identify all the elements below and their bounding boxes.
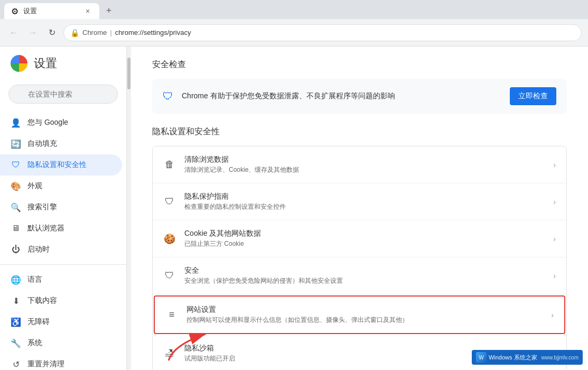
sidebar: 设置 🔍 👤 您与 Google 🔄 自动填充 — [0, 47, 127, 370]
sidebar-item-startup[interactable]: ⏻ 启动时 — [0, 239, 122, 260]
address-bar: ← → ↻ 🔒 Chrome | chrome://settings/priva… — [0, 19, 588, 47]
sidebar-item-system-label: 系统 — [27, 338, 42, 348]
privacy-guide-arrow-icon: › — [553, 198, 556, 206]
sidebar-search: 🔍 — [0, 80, 126, 112]
new-tab-button[interactable]: + — [101, 3, 116, 18]
main-area: 设置 🔍 👤 您与 Google 🔄 自动填充 — [0, 47, 588, 370]
startup-icon: ⏻ — [11, 244, 21, 255]
safety-check-section-title: 安全检查 — [152, 59, 567, 70]
settings-item-security-text: 安全 安全浏览（保护您免受危险网站的侵害）和其他安全设置 — [184, 266, 545, 285]
site-settings-title: 网站设置 — [186, 305, 543, 314]
settings-item-security[interactable]: 🛡 安全 安全浏览（保护您免受危险网站的侵害）和其他安全设置 › — [153, 257, 566, 294]
address-url: chrome://settings/privacy — [115, 29, 191, 36]
security-arrow-icon: › — [553, 272, 556, 280]
sidebar-nav-group-2: 🌐 语言 ⬇ 下载内容 ♿ 无障碍 🔧 系统 ↺ 重置并清理 — [0, 269, 126, 370]
sidebar-item-autofill[interactable]: 🔄 自动填充 — [0, 133, 122, 154]
watermark-logo: W — [476, 352, 487, 363]
site-settings-arrow-icon: › — [551, 311, 554, 319]
address-bar-input[interactable]: 🔒 Chrome | chrome://settings/privacy — [63, 24, 582, 41]
privacy-guide-title: 隐私保护指南 — [184, 192, 545, 201]
clear-browsing-title: 清除浏览数据 — [184, 155, 545, 164]
back-button[interactable]: ← — [6, 25, 21, 40]
cookies-subtitle: 已阻止第三方 Cookie — [184, 239, 545, 248]
google-icon: 👤 — [11, 117, 21, 128]
sidebar-item-startup-label: 启动时 — [27, 245, 50, 254]
tab-bar: ⚙ 设置 × + — [0, 0, 588, 19]
sidebar-item-reset[interactable]: ↺ 重置并清理 — [0, 354, 122, 370]
scrollbar[interactable] — [127, 47, 131, 370]
privacy-section-title: 隐私设置和安全性 — [152, 126, 567, 137]
settings-item-cookies-text: Cookie 及其他网站数据 已阻止第三方 Cookie — [184, 229, 545, 248]
system-icon: 🔧 — [11, 338, 21, 348]
autofill-icon: 🔄 — [11, 138, 21, 149]
clear-browsing-arrow-icon: › — [553, 161, 556, 169]
scrollbar-thumb[interactable] — [127, 58, 130, 89]
sidebar-item-browser-label: 默认浏览器 — [27, 224, 64, 233]
sidebar-item-search-label: 搜索引擎 — [27, 202, 57, 212]
sidebar-item-system[interactable]: 🔧 系统 — [0, 332, 122, 354]
sidebar-item-appearance-label: 外观 — [27, 181, 42, 191]
browser-frame: ⚙ 设置 × + ← → ↻ 🔒 Chrome | chrome://setti… — [0, 0, 588, 370]
search-input[interactable] — [8, 85, 118, 104]
sidebar-item-accessibility-label: 无障碍 — [27, 317, 50, 327]
download-icon: ⬇ — [11, 295, 21, 306]
sidebar-item-language-label: 语言 — [27, 275, 42, 284]
site-settings-subtitle: 控制网站可以使用和显示什么信息（如位置信息、摄像头、弹出式窗口及其他） — [186, 316, 543, 325]
security-title: 安全 — [184, 266, 545, 275]
tab-favicon: ⚙ — [11, 7, 19, 15]
site-settings-icon: ≡ — [165, 309, 178, 321]
privacy-guide-icon: 🛡 — [163, 196, 176, 208]
safety-check-button[interactable]: 立即检查 — [510, 87, 556, 105]
accessibility-icon: ♿ — [11, 317, 21, 327]
sidebar-item-language[interactable]: 🌐 语言 — [0, 269, 122, 290]
watermark-label: Windows 系统之家 — [489, 354, 537, 362]
chrome-label: Chrome — [82, 29, 107, 36]
sidebar-item-privacy[interactable]: 🛡 隐私设置和安全性 — [0, 154, 122, 175]
sidebar-title: 设置 — [34, 56, 57, 71]
cookies-title: Cookie 及其他网站数据 — [184, 229, 545, 238]
security-icon: 🛡 — [163, 270, 176, 282]
search-engine-icon: 🔍 — [11, 202, 21, 212]
clear-browsing-icon: 🗑 — [163, 159, 176, 171]
settings-item-cookies[interactable]: 🍪 Cookie 及其他网站数据 已阻止第三方 Cookie › — [153, 220, 566, 257]
privacy-guide-subtitle: 检查重要的隐私控制设置和安全控件 — [184, 202, 545, 211]
security-subtitle: 安全浏览（保护您免受危险网站的侵害）和其他安全设置 — [184, 276, 545, 285]
address-separator: | — [110, 29, 111, 36]
sidebar-item-google-label: 您与 Google — [27, 118, 68, 127]
cookies-icon: 🍪 — [163, 233, 176, 245]
appearance-icon: 🎨 — [11, 181, 21, 191]
settings-item-privacy-guide[interactable]: 🛡 隐私保护指南 检查重要的隐私控制设置和安全控件 › — [153, 183, 566, 220]
red-arrow-annotation — [163, 323, 227, 366]
address-security-icon: 🔒 — [70, 29, 79, 37]
safety-shield-icon: 🛡 — [163, 90, 173, 103]
forward-button[interactable]: → — [25, 25, 40, 40]
sidebar-item-download-label: 下载内容 — [27, 296, 57, 306]
chrome-logo — [11, 55, 27, 72]
sidebar-item-appearance[interactable]: 🎨 外观 — [0, 175, 122, 197]
sidebar-item-reset-label: 重置并清理 — [27, 359, 64, 369]
safety-check-card: 🛡 Chrome 有助于保护您免受数据泄露、不良扩展程序等问题的影响 立即检查 — [152, 79, 567, 114]
tab-title: 设置 — [23, 6, 78, 16]
sidebar-item-download[interactable]: ⬇ 下载内容 — [0, 290, 122, 311]
sidebar-item-browser[interactable]: 🖥 默认浏览器 — [0, 218, 122, 239]
language-icon: 🌐 — [11, 274, 21, 285]
refresh-button[interactable]: ↻ — [44, 25, 59, 40]
sidebar-nav-group-1: 👤 您与 Google 🔄 自动填充 🛡 隐私设置和安全性 🎨 外观 🔍 — [0, 112, 126, 260]
sidebar-header: 设置 — [0, 47, 126, 80]
sidebar-item-accessibility[interactable]: ♿ 无障碍 — [0, 311, 122, 332]
sidebar-item-autofill-label: 自动填充 — [27, 139, 57, 149]
sidebar-item-google[interactable]: 👤 您与 Google — [0, 112, 122, 133]
sidebar-divider — [0, 264, 126, 265]
settings-item-clear-browsing[interactable]: 🗑 清除浏览数据 清除浏览记录、Cookie、缓存及其他数据 › — [153, 146, 566, 183]
tab-close-button[interactable]: × — [82, 6, 93, 16]
settings-item-privacy-guide-text: 隐私保护指南 检查重要的隐私控制设置和安全控件 — [184, 192, 545, 211]
reset-icon: ↺ — [11, 359, 21, 369]
safety-check-description: Chrome 有助于保护您免受数据泄露、不良扩展程序等问题的影响 — [182, 91, 501, 101]
active-tab[interactable]: ⚙ 设置 × — [4, 3, 99, 19]
sidebar-item-privacy-label: 隐私设置和安全性 — [27, 160, 87, 170]
browser-icon: 🖥 — [11, 223, 21, 234]
privacy-icon: 🛡 — [11, 160, 21, 170]
sidebar-item-search[interactable]: 🔍 搜索引擎 — [0, 197, 122, 218]
watermark: W Windows 系统之家 www.bjjmlv.com — [472, 350, 583, 365]
site-settings-wrapper: ≡ 网站设置 控制网站可以使用和显示什么信息（如位置信息、摄像头、弹出式窗口及其… — [153, 295, 566, 334]
